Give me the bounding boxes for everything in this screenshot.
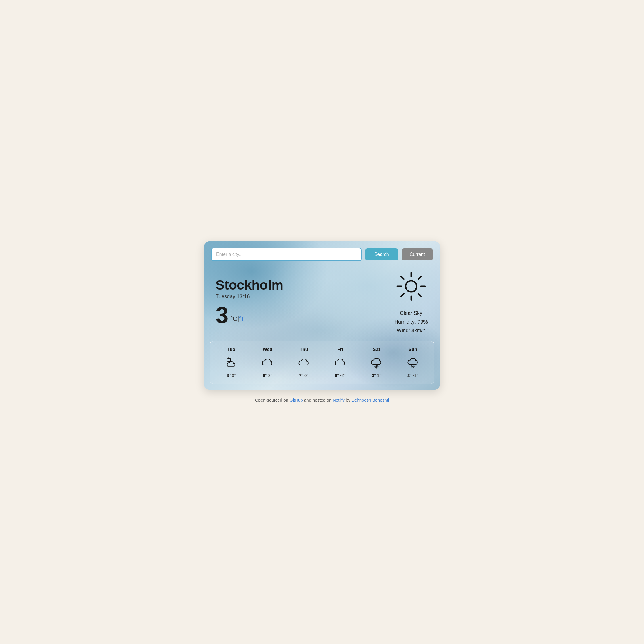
unit-celsius[interactable]: °C <box>230 315 237 322</box>
forecast-icon-fri <box>333 354 348 371</box>
svg-line-6 <box>418 294 421 296</box>
day-temps-wed: 6° 2° <box>263 373 272 378</box>
day-temps-thu: 7° 0° <box>299 373 308 378</box>
weather-description: Clear Sky Humidity: 79% Wind: 4km/h <box>394 309 428 335</box>
location-info: Stockholm Tuesday 13:16 3 °C|°F <box>216 278 394 327</box>
day-name-sun: Sun <box>409 347 417 352</box>
temperature-block: 3 °C|°F <box>216 304 394 327</box>
city-input[interactable] <box>211 248 362 261</box>
svg-line-7 <box>418 276 421 279</box>
day-temps-sun: 2° -1° <box>407 373 418 378</box>
weather-card: Search Current Stockholm Tuesday 13:16 3… <box>204 241 440 390</box>
day-temps-fri: 0° -2° <box>335 373 346 378</box>
day-name-wed: Wed <box>263 347 272 352</box>
day-name-thu: Thu <box>300 347 308 352</box>
forecast-icon-thu <box>296 354 311 371</box>
date-time: Tuesday 13:16 <box>216 294 394 300</box>
day-temps-sat: 3° 1° <box>372 373 381 378</box>
day-name-sat: Sat <box>373 347 380 352</box>
temperature-units: °C|°F <box>230 315 246 322</box>
temperature-value: 3 <box>216 304 229 327</box>
forecast-icon-tue <box>224 354 239 371</box>
netlify-link[interactable]: Netlify <box>333 398 345 403</box>
forecast-icon-sun <box>405 354 420 371</box>
main-weather: Stockholm Tuesday 13:16 3 °C|°F <box>204 266 440 341</box>
forecast-day-tue: Tue <box>213 345 249 379</box>
search-button[interactable]: Search <box>365 248 398 260</box>
svg-line-5 <box>401 276 404 279</box>
forecast-day-sat: Sat 3° 1° <box>358 345 394 379</box>
author-link[interactable]: Behnoosh Beheshti <box>352 398 389 403</box>
forecast-icon-wed <box>260 354 275 371</box>
footer-text-before-author: by <box>345 398 352 403</box>
unit-fahrenheit[interactable]: °F <box>239 315 245 322</box>
forecast-day-fri: Fri 0° -2° <box>322 345 358 379</box>
forecast-day-wed: Wed 6° 2° <box>249 345 285 379</box>
forecast-section: Tue <box>210 341 434 384</box>
forecast-icon-sat <box>369 354 384 371</box>
sun-icon <box>394 269 428 305</box>
github-link[interactable]: GitHub <box>290 398 303 403</box>
current-button[interactable]: Current <box>402 248 433 260</box>
forecast-day-sun: Sun 2° -1° <box>395 345 431 379</box>
day-temps-tue: 3° 0° <box>227 373 236 378</box>
weather-icon-area: Clear Sky Humidity: 79% Wind: 4km/h <box>394 269 428 335</box>
svg-point-0 <box>406 281 417 292</box>
footer-text-before-github: Open-sourced on <box>255 398 290 403</box>
forecast-grid: Tue <box>213 345 431 379</box>
svg-line-8 <box>401 294 404 296</box>
search-bar: Search Current <box>204 241 440 266</box>
day-name-tue: Tue <box>227 347 235 352</box>
footer-text-before-netlify: and hosted on <box>303 398 333 403</box>
day-name-fri: Fri <box>337 347 343 352</box>
forecast-day-thu: Thu 7° 0° <box>286 345 322 379</box>
city-name: Stockholm <box>216 278 394 292</box>
footer: Open-sourced on GitHub and hosted on Net… <box>255 398 389 403</box>
